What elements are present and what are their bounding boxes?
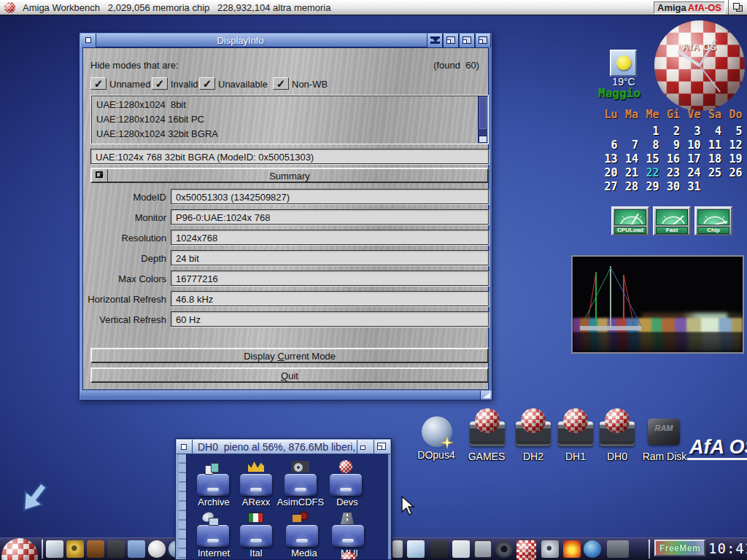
taskbar-calculator-icon[interactable]	[474, 540, 492, 558]
checkbox-unnamed[interactable]: ✓	[90, 77, 107, 90]
screen-depth-gadget[interactable]	[728, 0, 747, 15]
calendar-day: 31	[680, 180, 701, 194]
internet-drawer-icon[interactable]	[197, 525, 229, 547]
internet-deco	[202, 513, 224, 527]
ital-label[interactable]: Ital	[231, 548, 282, 559]
mode-item[interactable]: UAE:1280x1024 16bit PC	[96, 112, 477, 127]
taskbar-briefcase-icon[interactable]	[87, 540, 104, 558]
calendar-day	[597, 125, 618, 139]
display-current-mode-button[interactable]: Display Current Mode	[90, 348, 489, 363]
iconify-gadget[interactable]	[427, 34, 443, 47]
mui-drawer-icon[interactable]	[332, 525, 364, 547]
mode-list-scrollbar[interactable]	[478, 96, 487, 143]
taskbar-film-icon[interactable]	[607, 540, 629, 558]
dh0-label[interactable]: DH0	[595, 451, 639, 462]
dh0-depth-gadget[interactable]	[374, 440, 390, 454]
dopus4-label[interactable]: DOpus4	[414, 449, 458, 461]
dh0-window-title: DH0 pieno al 56%, 876.6Mb liberi,	[198, 441, 355, 453]
calendar-day: 11	[701, 139, 722, 152]
selected-mode-field[interactable]: UAE:747x 560 32bit BGRA (ModeID: 0x5005…	[90, 149, 489, 164]
taskbar-tool-icon[interactable]	[392, 540, 403, 558]
taskbar-player-icon[interactable]	[584, 540, 601, 558]
vrefresh-field: 60 Hz	[171, 311, 489, 327]
monitor-label: Monitor	[86, 209, 166, 223]
mode-item[interactable]: UAE:1280x1024 32bit BGRA	[96, 127, 477, 141]
calendar-day: 26	[721, 166, 743, 180]
calendar-day: 29	[638, 180, 659, 194]
modeid-field: 0x50051303 (1342509827)	[171, 189, 489, 204]
asimcdfs-label[interactable]: AsimCDFS	[275, 497, 326, 508]
taskbar-drive-icon[interactable]	[495, 540, 513, 558]
arexx-label[interactable]: ARexx	[231, 497, 282, 508]
resolution-field: 747x560	[171, 230, 489, 245]
checkbox-invalid[interactable]: ✓	[152, 77, 168, 90]
displayinfo-titlebar[interactable]: DisplayInfo	[80, 34, 491, 47]
mode-item[interactable]: UAE:1280x1024 8bit	[96, 98, 477, 112]
zoom-gadget[interactable]	[459, 34, 475, 47]
dh1-label[interactable]: DH1	[554, 451, 597, 462]
calendar-day: 9	[659, 139, 681, 152]
calendar-day: 20	[597, 166, 618, 180]
window-title: DisplayInfo	[217, 35, 263, 46]
calendar-day-header: Gi	[659, 108, 681, 122]
summary-cycle-gadget[interactable]: Summary	[90, 168, 489, 183]
devs-label[interactable]: Devs	[322, 497, 373, 508]
ramdisk-label[interactable]: Ram Disk	[638, 451, 691, 462]
maxcolors-label: Max Colors	[86, 271, 166, 284]
close-gadget[interactable]	[80, 34, 96, 47]
ramdisk-icon[interactable]: RAM	[648, 419, 680, 445]
dh2-label[interactable]: DH2	[511, 451, 555, 462]
checkbox-unavailable[interactable]: ✓	[199, 77, 215, 90]
window-body: Hide modes that are: (found 60) ✓ Unname…	[82, 47, 489, 390]
taskbar-boing-icon[interactable]	[516, 540, 536, 560]
taskbar-penguin-icon[interactable]	[430, 540, 448, 558]
dh0-zoom-gadget[interactable]	[357, 440, 374, 454]
quit-button[interactable]: Quit	[90, 368, 489, 383]
taskbar-notepad-icon[interactable]	[407, 540, 425, 558]
calendar-day: 8	[638, 139, 659, 152]
boing-ball-clock: AfA OS	[654, 20, 745, 111]
media-drawer-icon[interactable]	[286, 525, 318, 547]
vrefresh-label: Vertical Refresh	[86, 311, 166, 325]
games-label[interactable]: GAMES	[465, 451, 508, 462]
taskbar-photo-icon[interactable]	[128, 540, 145, 558]
calendar-day-header: Ve	[680, 108, 701, 122]
taskbar-cdrocket-icon[interactable]	[541, 540, 559, 558]
hrefresh-label: Horizontal Refresh	[86, 291, 166, 305]
asimcdfs-drawer-icon[interactable]	[285, 474, 317, 496]
depth-gadget[interactable]	[475, 34, 491, 47]
dh0-titlebar[interactable]: DH0 pieno al 56%, 876.6Mb liberi,	[177, 440, 390, 454]
arexx-drawer-icon[interactable]	[240, 474, 272, 496]
calendar-day-header: Do	[721, 108, 743, 122]
taskbar-folder-icon[interactable]	[107, 540, 125, 558]
calendar-day-header: Me	[638, 108, 659, 122]
desktop-arrow-icon	[9, 478, 55, 525]
calendar-header: LuMaMeGiVeSaDo	[597, 108, 743, 122]
ital-drawer-icon[interactable]	[240, 525, 272, 547]
menubar[interactable]: Amiga Workbench 2,029,056 memoria chip 2…	[0, 0, 747, 15]
dh0-window: DH0 pieno al 56%, 876.6Mb liberi, Archiv…	[175, 438, 392, 560]
snapshot-gadget[interactable]	[443, 34, 459, 47]
media-label[interactable]: Media	[279, 548, 330, 559]
resize-gadget[interactable]	[480, 391, 492, 400]
checkbox-nonwb-label: Non-WB	[292, 79, 328, 90]
window-bottom-border	[80, 390, 491, 399]
taskbar-docpencil-icon[interactable]	[452, 540, 470, 558]
dh0-close-gadget[interactable]	[177, 440, 193, 454]
calendar-day: 7	[618, 139, 639, 152]
found-count: (found 60)	[433, 60, 479, 71]
taskbar-sphere-icon[interactable]	[148, 540, 166, 558]
checkbox-unnamed-label: Unnamed	[109, 79, 150, 90]
archive-drawer-icon[interactable]	[197, 474, 229, 496]
mode-list[interactable]: UAE:1280x1024 8bit UAE:1280x1024 16bit P…	[90, 95, 489, 144]
devs-drawer-icon[interactable]	[330, 474, 362, 496]
taskbar-cd-icon[interactable]	[66, 540, 84, 558]
calendar-day-header: Ma	[618, 108, 639, 122]
taskbar-fire-icon[interactable]	[563, 540, 581, 558]
taskbar-document-icon[interactable]	[46, 540, 63, 558]
calendar-day-header: Lu	[597, 108, 618, 122]
weather-widget	[610, 50, 637, 77]
checkbox-nonwb[interactable]: ✓	[273, 77, 289, 90]
displayinfo-window: DisplayInfo Hide modes that are: (found …	[79, 32, 492, 400]
dh0-scrollbar[interactable]	[179, 454, 187, 559]
